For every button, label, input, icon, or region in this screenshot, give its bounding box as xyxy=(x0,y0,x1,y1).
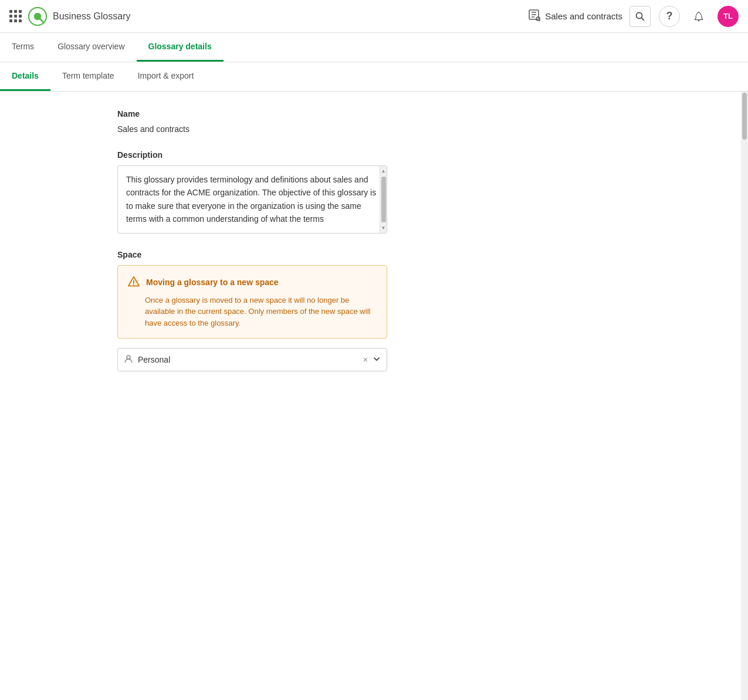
primary-nav: Terms Glossary overview Glossary details xyxy=(0,33,748,62)
help-button[interactable]: ? xyxy=(659,6,680,27)
tab-glossary-overview[interactable]: Glossary overview xyxy=(46,33,136,62)
main-scroll-thumb xyxy=(742,93,747,140)
qlik-logo xyxy=(28,7,47,26)
tab-term-template[interactable]: Term template xyxy=(50,62,126,91)
svg-point-14 xyxy=(127,356,130,359)
topbar-left: Business Glossary xyxy=(9,7,520,26)
scroll-up-button[interactable]: ▲ xyxy=(380,166,387,175)
warning-triangle-icon xyxy=(127,275,140,290)
glossary-icon xyxy=(527,8,540,24)
clear-space-button[interactable]: × xyxy=(363,355,368,364)
scroll-thumb xyxy=(381,177,386,222)
warning-title: Moving a glossary to a new space xyxy=(146,278,279,287)
chevron-down-icon[interactable] xyxy=(373,355,381,365)
svg-point-13 xyxy=(133,284,134,285)
space-label: Space xyxy=(117,250,399,259)
main-scrollbar xyxy=(741,92,748,700)
search-button[interactable] xyxy=(629,6,651,27)
glossary-name: Sales and contracts xyxy=(545,11,622,21)
description-section: Description This glossary provides termi… xyxy=(117,150,399,234)
topbar-center: Sales and contracts xyxy=(527,8,622,24)
description-text: This glossary provides terminology and d… xyxy=(118,166,387,233)
warning-header: Moving a glossary to a new space xyxy=(127,275,377,290)
description-scrollbar: ▲ ▼ xyxy=(380,166,387,233)
svg-line-8 xyxy=(539,20,540,21)
apps-grid-icon[interactable] xyxy=(9,10,22,23)
svg-line-10 xyxy=(642,18,644,20)
warning-body: Once a glossary is moved to a new space … xyxy=(127,295,377,329)
notifications-button[interactable] xyxy=(688,6,709,27)
warning-box: Moving a glossary to a new space Once a … xyxy=(117,265,387,339)
app-title: Business Glossary xyxy=(53,11,131,22)
topbar-right: ? TL xyxy=(629,6,739,27)
person-icon xyxy=(124,354,133,366)
space-dropdown[interactable]: Personal × xyxy=(117,348,387,371)
space-value: Personal xyxy=(138,355,358,364)
avatar[interactable]: TL xyxy=(717,6,739,27)
secondary-nav: Details Term template Import & export xyxy=(0,62,748,92)
tab-details[interactable]: Details xyxy=(0,62,50,91)
tab-glossary-details[interactable]: Glossary details xyxy=(137,33,224,62)
topbar: Business Glossary Sales and contracts ? xyxy=(0,0,748,33)
name-section: Name Sales and contracts xyxy=(117,109,399,134)
tab-terms[interactable]: Terms xyxy=(0,33,46,62)
name-value: Sales and contracts xyxy=(117,124,399,134)
description-box: This glossary provides terminology and d… xyxy=(117,165,387,234)
main-content: Name Sales and contracts Description Thi… xyxy=(0,92,748,700)
scroll-down-button[interactable]: ▼ xyxy=(380,224,387,233)
svg-line-2 xyxy=(40,19,43,22)
content-area: Name Sales and contracts Description Thi… xyxy=(0,92,741,700)
space-section: Space Moving a glossary to a new space O… xyxy=(117,250,399,372)
logo: Business Glossary xyxy=(28,7,131,26)
description-label: Description xyxy=(117,150,399,160)
svg-point-11 xyxy=(698,20,699,21)
tab-import-export[interactable]: Import & export xyxy=(126,62,206,91)
name-label: Name xyxy=(117,109,399,119)
